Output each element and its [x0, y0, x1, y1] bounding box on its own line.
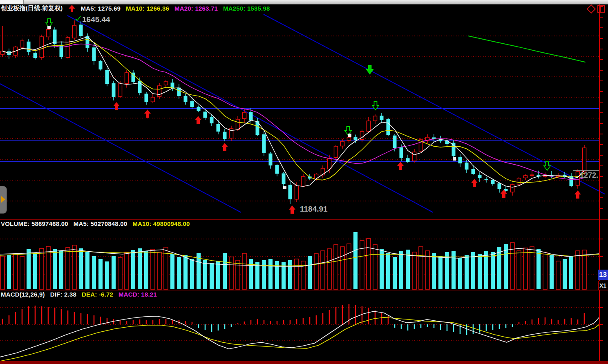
main-chart-header: 创业板指(日线.前复权) MA5: 1275.69 MA10: 1266.36 … [1, 4, 270, 12]
ma10-label: MA10: 1266.36 [126, 5, 169, 12]
buy-signal-arrow-icon [221, 143, 228, 151]
sell-signal-arrow-icon [367, 65, 373, 74]
volume-pane-header: VOLUME: 58697468.00 MA5: 50270848.00 MA1… [1, 220, 190, 227]
volume-ma10-line [0, 251, 599, 266]
stock-app-window: 创业板指(日线.前复权) MA5: 1275.69 MA10: 1266.36 … [0, 0, 608, 364]
ma5-label: MA5: 1275.69 [81, 5, 121, 12]
sell-signal-arrow-icon [544, 162, 550, 170]
price-ma-line-4 [2, 37, 584, 187]
candlesticks [1, 20, 586, 204]
instrument-title: 创业板指(日线.前复权) [1, 4, 63, 12]
ma250-label: MA250: 1535.98 [223, 5, 270, 12]
dif-line [0, 311, 599, 357]
volume-ma10-label: MA10: 49800948.00 [132, 220, 190, 227]
volume-ma5-label: MA5: 50270848.00 [74, 220, 127, 227]
chart-toolbar [588, 5, 605, 13]
check-mark-icon [76, 16, 80, 20]
dea-value-label: DEA: -6.72 [82, 291, 113, 298]
peak-price-annotation: 1645.44 [82, 15, 110, 24]
last-price-annotation: 1272. [580, 171, 598, 180]
diamond-tool-icon[interactable] [587, 4, 596, 13]
split-window-icon[interactable] [597, 5, 605, 13]
macd-value-label: MACD: 18.21 [118, 291, 157, 298]
right-price-axis [599, 4, 603, 361]
horizontal-scrollbar[interactable] [0, 0, 608, 4]
macd-pane-header: MACD(12,26,9) DIF: 2.38 DEA: -6.72 MACD:… [1, 291, 157, 298]
price-ma-line-16 [2, 44, 584, 179]
buy-signal-arrow-icon [113, 102, 120, 110]
macd-histogram [2, 304, 584, 335]
buy-signal-arrow-icon [471, 179, 478, 187]
buy-signal-arrow-icon [195, 116, 201, 124]
dif-value-label: DIF: 2.38 [50, 291, 76, 298]
volume-value-label: VOLUME: 58697468.00 [1, 220, 68, 227]
macd-params-label: MACD(12,26,9) [1, 291, 45, 298]
buy-signal-arrow-icon [144, 109, 151, 118]
expand-arrow-icon [1, 196, 5, 203]
volume-ma5-line [0, 248, 599, 266]
buy-signal-arrow-icon [289, 205, 295, 214]
dea-line [0, 317, 599, 361]
price-ma-line-8 [2, 39, 584, 183]
buy-signal-arrow-icon [574, 190, 581, 199]
trough-price-annotation: 1184.91 [300, 205, 328, 214]
scrollbar-thumb[interactable] [0, 0, 24, 4]
volume-axis-badge: 13 [598, 270, 608, 280]
buy-signal-arrow-icon [397, 162, 404, 170]
sidebar-expander-tab[interactable] [0, 186, 7, 214]
volume-bars [0, 232, 586, 289]
volume-unit-badge: X1 [598, 281, 608, 290]
chart-canvas[interactable] [0, 0, 608, 364]
up-arrow-icon [69, 5, 75, 12]
ma250-line [468, 36, 585, 62]
ma20-label: MA20: 1263.71 [174, 5, 218, 12]
